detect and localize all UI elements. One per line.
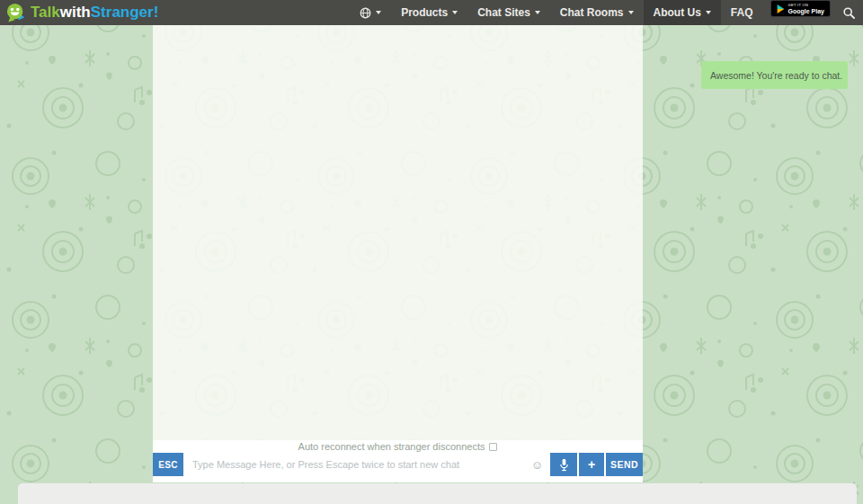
globe-icon bbox=[360, 7, 371, 19]
send-button[interactable]: SEND bbox=[606, 453, 643, 476]
ready-to-chat-toast: Awesome! You're ready to chat. bbox=[701, 61, 848, 89]
nav-item-label: Chat Sites bbox=[477, 6, 530, 19]
esc-button[interactable]: ESC bbox=[153, 453, 183, 476]
auto-reconnect-row: Auto reconnect when stranger disconnects bbox=[153, 440, 643, 453]
nav-item-label: Products bbox=[401, 6, 448, 19]
chevron-down-icon bbox=[706, 11, 711, 14]
message-input-row: ESC ☺ + SEND bbox=[153, 453, 643, 476]
main-navigation: Products Chat Sites Chat Rooms About Us … bbox=[350, 0, 863, 25]
nav-item-label: FAQ bbox=[731, 6, 753, 19]
message-input[interactable] bbox=[183, 453, 548, 476]
chevron-down-icon bbox=[452, 11, 458, 14]
chat-bottom-bar: Auto reconnect when stranger disconnects… bbox=[153, 440, 643, 482]
nav-item-label: Chat Rooms bbox=[560, 6, 624, 19]
top-navbar: TalkwithStranger! Products Chat Sites Ch… bbox=[0, 0, 863, 25]
nav-item-products[interactable]: Products bbox=[391, 0, 467, 25]
chevron-down-icon bbox=[628, 11, 634, 14]
microphone-icon bbox=[559, 458, 569, 472]
nav-item-faq[interactable]: FAQ bbox=[721, 0, 763, 25]
nav-item-chat-sites[interactable]: Chat Sites bbox=[467, 0, 550, 25]
page-footer bbox=[18, 483, 857, 504]
google-play-badge[interactable]: GET IT ON Google Play bbox=[770, 0, 831, 17]
brand-smiley-icon bbox=[6, 3, 26, 22]
microphone-button[interactable] bbox=[550, 453, 577, 476]
nav-item-about-us[interactable]: About Us bbox=[644, 0, 721, 25]
auto-reconnect-checkbox[interactable] bbox=[489, 443, 497, 451]
emoji-icon[interactable]: ☺ bbox=[531, 459, 543, 471]
brand-title: TalkwithStranger! bbox=[31, 0, 158, 25]
chevron-down-icon bbox=[535, 11, 540, 14]
chevron-down-icon bbox=[376, 11, 381, 14]
search-icon bbox=[843, 7, 855, 19]
nav-item-chat-rooms[interactable]: Chat Rooms bbox=[550, 0, 644, 25]
nav-item-label: About Us bbox=[654, 6, 701, 19]
brand-logo-link[interactable]: TalkwithStranger! bbox=[0, 0, 158, 25]
add-attachment-button[interactable]: + bbox=[579, 453, 604, 476]
nav-language-dropdown[interactable] bbox=[350, 0, 391, 25]
search-button[interactable] bbox=[838, 0, 863, 25]
google-play-text: GET IT ON Google Play bbox=[788, 4, 824, 14]
chat-panel: Auto reconnect when stranger disconnects… bbox=[153, 25, 643, 482]
chat-messages-area bbox=[153, 25, 643, 440]
google-play-icon bbox=[777, 4, 785, 13]
auto-reconnect-label: Auto reconnect when stranger disconnects bbox=[298, 441, 485, 452]
toast-message: Awesome! You're ready to chat. bbox=[710, 70, 842, 81]
message-input-wrap: ☺ bbox=[183, 453, 548, 476]
